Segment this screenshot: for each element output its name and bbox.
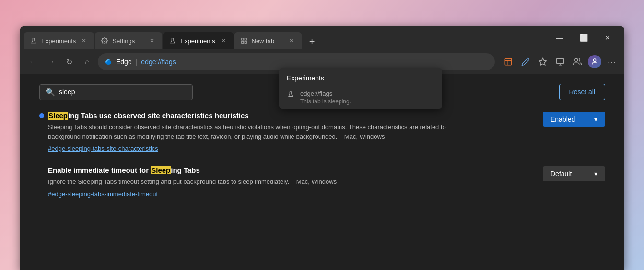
close-icon: ✕ — [605, 34, 610, 42]
svg-rect-6 — [505, 58, 512, 65]
flag-description-2: Ignore the Sleeping Tabs timeout setting… — [48, 177, 460, 187]
svg-point-9 — [575, 58, 578, 61]
tabs-area: Experiments ✕ Settings ✕ — [24, 26, 549, 49]
flag-item-2: Enable immediate timeout for Sleeping Ta… — [39, 166, 605, 198]
home-icon: ⌂ — [85, 57, 90, 66]
forward-button[interactable]: → — [43, 54, 59, 69]
flag-link-1[interactable]: #edge-sleeping-tabs-site-characteristics — [48, 145, 158, 152]
autocomplete-item-1-url: edge://flags — [300, 90, 434, 97]
edge-logo-icon — [105, 58, 112, 66]
autocomplete-item-1-desc: This tab is sleeping. — [300, 98, 434, 105]
address-bar[interactable]: Edge | edge://flags — [98, 53, 495, 70]
close-button[interactable]: ✕ — [597, 31, 619, 45]
flag-title-2-highlight: Sleep — [151, 166, 171, 174]
autocomplete-dropdown: Experiments edge://flags This tab is sle… — [279, 68, 442, 109]
chevron-down-icon-2: ▾ — [594, 170, 597, 178]
tab-newtab[interactable]: New tab ✕ — [234, 32, 302, 49]
browser-window: Experiments ✕ Settings ✕ — [20, 26, 624, 270]
refresh-button[interactable]: ↻ — [61, 54, 77, 69]
forward-icon: → — [47, 57, 55, 66]
tab-experiments-2[interactable]: Experiments ✕ — [163, 32, 233, 49]
tab-settings[interactable]: Settings ✕ — [95, 32, 162, 49]
autocomplete-flask-icon — [287, 90, 294, 98]
tab-experiments-1-label: Experiments — [41, 37, 76, 45]
collections2-icon[interactable] — [552, 54, 568, 69]
svg-rect-8 — [557, 58, 564, 64]
flag-title-2: Enable immediate timeout for Sleeping Ta… — [48, 166, 529, 174]
tab-newtab-label: New tab — [252, 37, 283, 45]
home-button[interactable]: ⌂ — [80, 54, 95, 69]
flag-link-2[interactable]: #edge-sleeping-tabs-immediate-timeout — [48, 191, 158, 198]
flag-control-1: Enabled ▾ — [543, 112, 605, 127]
tab-experiments-1[interactable]: Experiments ✕ — [24, 32, 94, 49]
avatar-image — [588, 55, 601, 68]
tab-settings-label: Settings — [112, 37, 144, 45]
profile-icon[interactable] — [570, 54, 585, 69]
flask-icon-1 — [30, 37, 37, 45]
title-bar: Experiments ✕ Settings ✕ — [20, 26, 624, 49]
flag-control-2: Default ▾ — [543, 166, 605, 181]
tab-experiments-2-close[interactable]: ✕ — [219, 36, 228, 45]
flag-item-1: Sleeping Tabs use observed site characte… — [39, 112, 605, 153]
pen-icon[interactable] — [518, 54, 533, 69]
flag-title-1-post: ing Tabs use observed site characteristi… — [68, 112, 249, 120]
ellipsis-icon: ··· — [608, 57, 616, 67]
tab-experiments-2-label: Experiments — [180, 37, 215, 45]
svg-rect-1 — [241, 38, 243, 40]
flag-title-2-post: ing Tabs — [171, 166, 200, 174]
minimize-button[interactable]: — — [549, 31, 571, 45]
autocomplete-header: Experiments — [279, 68, 442, 86]
flag-dropdown-enabled-value: Enabled — [550, 115, 575, 123]
flag-description-1: Sleeping Tabs should consider observed s… — [48, 123, 460, 141]
flag-dropdown-default[interactable]: Default ▾ — [543, 166, 605, 181]
avatar-button[interactable] — [587, 54, 602, 69]
address-browser-name: Edge — [116, 58, 132, 66]
flag-dot-1 — [39, 113, 44, 118]
back-button[interactable]: ← — [25, 54, 40, 69]
tab-settings-close[interactable]: ✕ — [148, 36, 156, 45]
flag-title-1: Sleeping Tabs use observed site characte… — [48, 112, 529, 120]
svg-rect-2 — [245, 38, 246, 40]
search-input-value: sleep — [59, 88, 75, 96]
reset-all-button[interactable]: Reset all — [559, 84, 605, 100]
svg-marker-7 — [539, 58, 547, 65]
autocomplete-item-1-content: edge://flags This tab is sleeping. — [300, 90, 434, 105]
flag-dropdown-enabled[interactable]: Enabled ▾ — [543, 112, 605, 127]
toolbar-icons: ··· — [501, 54, 620, 69]
maximize-icon: ⬜ — [580, 34, 588, 42]
chevron-down-icon-1: ▾ — [594, 115, 597, 123]
flag-title-1-highlight: Sleep — [48, 112, 68, 120]
collections-icon[interactable] — [501, 54, 516, 69]
svg-point-10 — [593, 59, 596, 61]
search-icon: 🔍 — [46, 88, 55, 97]
refresh-icon: ↻ — [66, 57, 72, 67]
tab-experiments-1-close[interactable]: ✕ — [80, 36, 88, 45]
flag-dot-2-spacer — [39, 168, 44, 173]
tab-newtab-close[interactable]: ✕ — [287, 36, 296, 45]
address-url: edge://flags — [141, 58, 176, 66]
favorites-icon[interactable] — [535, 54, 550, 69]
search-box[interactable]: 🔍 sleep — [39, 84, 193, 100]
new-tab-button[interactable]: + — [304, 34, 320, 49]
more-button[interactable]: ··· — [604, 54, 620, 69]
flask-icon-2 — [169, 37, 176, 45]
maximize-button[interactable]: ⬜ — [573, 31, 595, 45]
plus-icon: + — [309, 36, 315, 47]
svg-rect-3 — [241, 41, 243, 43]
address-separator: | — [136, 58, 138, 66]
grid-icon — [240, 37, 248, 45]
minimize-icon: — — [556, 34, 563, 42]
autocomplete-item-1[interactable]: edge://flags This tab is sleeping. — [279, 86, 442, 109]
flag-dropdown-default-value: Default — [550, 170, 572, 178]
back-icon: ← — [29, 57, 36, 66]
svg-rect-4 — [245, 41, 246, 43]
flag-title-2-pre: Enable immediate timeout for — [48, 166, 151, 174]
window-controls: — ⬜ ✕ — [549, 31, 621, 45]
gear-icon — [101, 37, 108, 45]
svg-point-0 — [104, 40, 106, 42]
